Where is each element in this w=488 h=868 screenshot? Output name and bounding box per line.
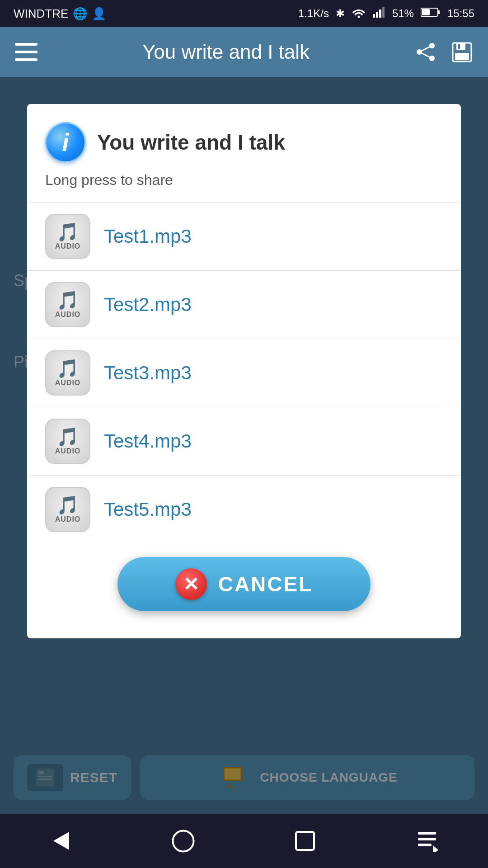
audio-label-2: AUDIO	[55, 311, 81, 319]
svg-point-27	[173, 830, 193, 851]
dialog-info-icon: i	[45, 122, 86, 163]
status-right: 1.1K/s ✱ 51% 15:55	[298, 7, 474, 20]
file-name-2: Test2.mp3	[104, 294, 192, 316]
audio-label-3: AUDIO	[55, 379, 81, 387]
svg-rect-7	[422, 9, 430, 15]
file-name-4: Test4.mp3	[104, 430, 192, 452]
svg-line-15	[419, 52, 432, 58]
dialog: i You write and I talk Long press to sha…	[27, 104, 461, 638]
carrier-icon2: 👤	[92, 7, 106, 21]
audio-icon-1: 🎵 AUDIO	[45, 214, 90, 259]
battery-text: 51%	[392, 7, 414, 20]
carrier-icon1: 🌐	[73, 7, 87, 21]
audio-label-5: AUDIO	[55, 515, 81, 524]
music-note-icon: 🎵	[56, 291, 79, 309]
app-title: You write and I talk	[38, 41, 413, 63]
svg-marker-32	[433, 845, 438, 852]
audio-icon-5: 🎵 AUDIO	[45, 487, 90, 532]
svg-rect-19	[458, 44, 460, 49]
list-item[interactable]: 🎵 AUDIO Test4.mp3	[27, 407, 461, 476]
svg-rect-29	[418, 832, 436, 835]
nav-download-button[interactable]	[411, 825, 443, 857]
svg-rect-8	[15, 43, 38, 46]
svg-line-14	[419, 46, 432, 52]
save-button[interactable]	[450, 40, 474, 65]
share-button[interactable]	[413, 40, 438, 65]
audio-icon-2: 🎵 AUDIO	[45, 282, 90, 327]
list-item[interactable]: 🎵 AUDIO Test2.mp3	[27, 271, 461, 339]
battery-icon	[421, 7, 441, 20]
bluetooth-icon: ✱	[336, 7, 345, 20]
svg-rect-18	[455, 53, 469, 60]
file-name-5: Test5.mp3	[104, 499, 192, 520]
speed-text: 1.1K/s	[298, 7, 329, 20]
music-note-icon: 🎵	[56, 496, 79, 514]
cancel-button[interactable]: ✕ CANCEL	[117, 557, 371, 611]
wifi-icon	[352, 7, 366, 20]
list-item[interactable]: 🎵 AUDIO Test3.mp3	[27, 339, 461, 407]
svg-rect-9	[15, 51, 38, 53]
nav-recent-button[interactable]	[289, 825, 321, 857]
svg-rect-10	[15, 58, 38, 61]
svg-rect-2	[376, 12, 378, 18]
status-bar: WINDTRE 🌐 👤 1.1K/s ✱ 51%	[0, 0, 488, 27]
music-note-icon: 🎵	[56, 428, 79, 446]
nav-back-button[interactable]	[45, 825, 77, 857]
list-item[interactable]: 🎵 AUDIO Test1.mp3	[27, 203, 461, 271]
music-note-icon: 🎵	[56, 359, 79, 377]
dialog-subtitle: Long press to share	[27, 172, 461, 202]
file-name-3: Test3.mp3	[104, 362, 192, 384]
file-name-1: Test1.mp3	[104, 226, 192, 247]
cancel-button-wrap: ✕ CANCEL	[27, 543, 461, 616]
svg-rect-28	[296, 832, 314, 850]
status-carrier: WINDTRE 🌐 👤	[14, 7, 106, 21]
svg-rect-3	[379, 9, 381, 18]
audio-icon-4: 🎵 AUDIO	[45, 419, 90, 464]
music-note-icon: 🎵	[56, 223, 79, 241]
svg-rect-4	[382, 7, 385, 18]
svg-rect-1	[373, 14, 375, 18]
cancel-label: CANCEL	[218, 572, 313, 596]
audio-label-4: AUDIO	[55, 447, 81, 455]
svg-point-0	[357, 16, 360, 18]
cancel-x-icon: ✕	[175, 568, 207, 600]
audio-label-1: AUDIO	[55, 242, 81, 250]
signal-icon	[373, 7, 385, 20]
audio-icon-3: 🎵 AUDIO	[45, 350, 90, 396]
menu-button[interactable]	[14, 40, 38, 65]
dialog-header: i You write and I talk	[27, 104, 461, 172]
svg-rect-31	[418, 844, 432, 846]
list-item[interactable]: 🎵 AUDIO Test5.mp3	[27, 476, 461, 543]
svg-marker-26	[53, 832, 69, 850]
svg-rect-17	[456, 43, 465, 50]
nav-home-button[interactable]	[167, 825, 199, 857]
file-list: 🎵 AUDIO Test1.mp3 🎵 AUDIO Test2.mp3 🎵 AU…	[27, 202, 461, 543]
dialog-title: You write and I talk	[97, 130, 285, 155]
svg-rect-30	[418, 838, 436, 840]
svg-rect-6	[438, 10, 440, 14]
nav-bar	[0, 814, 488, 868]
carrier-text: WINDTRE	[14, 7, 68, 21]
app-bar: You write and I talk	[0, 27, 488, 77]
time-text: 15:55	[447, 7, 474, 20]
